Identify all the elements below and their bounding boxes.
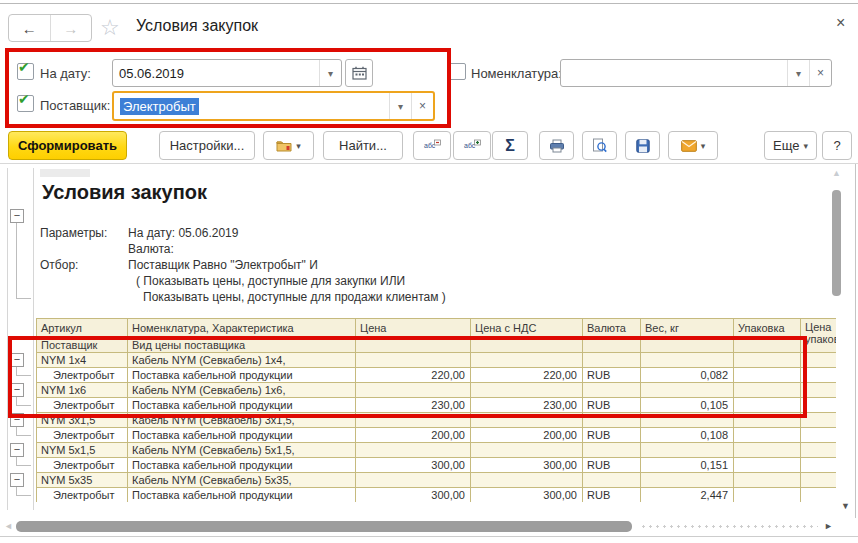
- price-type-cell[interactable]: Поставка кабельной продукции: [128, 428, 356, 443]
- header-empty[interactable]: [356, 338, 471, 353]
- price-vat-cell[interactable]: [471, 413, 583, 428]
- pack-price-cell[interactable]: [801, 473, 837, 488]
- price-vat-cell[interactable]: [471, 443, 583, 458]
- header-currency[interactable]: Валюта: [583, 319, 641, 338]
- price-cell[interactable]: 300,00: [356, 458, 471, 473]
- header-packaging[interactable]: Упаковка: [734, 319, 801, 338]
- weight-cell[interactable]: [641, 443, 734, 458]
- group-collapse-box[interactable]: −: [10, 209, 24, 223]
- price-cell[interactable]: [356, 443, 471, 458]
- generate-button[interactable]: Сформировать: [8, 131, 127, 160]
- packaging-cell[interactable]: [734, 413, 801, 428]
- price-cell[interactable]: [356, 353, 471, 368]
- pack-price-cell[interactable]: [801, 353, 837, 368]
- price-cell[interactable]: 300,00: [356, 488, 471, 503]
- packaging-cell[interactable]: [734, 383, 801, 398]
- packaging-cell[interactable]: [734, 368, 801, 383]
- close-icon[interactable]: ×: [836, 14, 845, 32]
- packaging-cell[interactable]: [734, 473, 801, 488]
- weight-cell[interactable]: 0,108: [641, 428, 734, 443]
- weight-cell[interactable]: 0,105: [641, 398, 734, 413]
- row-group-collapse-box[interactable]: −: [10, 473, 24, 487]
- date-checkbox[interactable]: ✔: [17, 63, 34, 80]
- pack-price-cell[interactable]: [801, 458, 837, 473]
- pack-price-cell[interactable]: [801, 443, 837, 458]
- currency-cell[interactable]: [583, 383, 641, 398]
- price-cell[interactable]: 230,00: [356, 398, 471, 413]
- price-type-cell[interactable]: Поставка кабельной продукции: [128, 368, 356, 383]
- favorite-star-icon[interactable]: ☆: [100, 15, 120, 41]
- chevron-down-icon[interactable]: ▾: [787, 60, 809, 86]
- horizontal-scrollbar-track[interactable]: [640, 524, 818, 529]
- chevron-down-icon[interactable]: ▾: [319, 60, 341, 86]
- price-vat-cell[interactable]: 200,00: [471, 428, 583, 443]
- price-vat-cell[interactable]: 300,00: [471, 488, 583, 503]
- header-article[interactable]: Артикул: [37, 319, 128, 338]
- supplier-cell[interactable]: Электробыт: [37, 398, 128, 413]
- supplier-cell[interactable]: Электробыт: [37, 458, 128, 473]
- nomenclature-cell[interactable]: Кабель NYM (Севкабель) 1x4,: [128, 353, 356, 368]
- row-group-collapse-box[interactable]: −: [10, 383, 24, 397]
- price-vat-cell[interactable]: 230,00: [471, 398, 583, 413]
- price-vat-cell[interactable]: 300,00: [471, 458, 583, 473]
- currency-cell[interactable]: RUB: [583, 368, 641, 383]
- header-empty[interactable]: [583, 338, 641, 353]
- expand-groups-button[interactable]: абс: [453, 131, 491, 160]
- header-supplier[interactable]: Поставщик: [37, 338, 128, 353]
- supplier-cell[interactable]: Электробыт: [37, 488, 128, 503]
- header-nomenclature[interactable]: Номенклатура, Характеристика: [128, 319, 356, 338]
- price-type-cell[interactable]: Поставка кабельной продукции: [128, 488, 356, 503]
- price-cell[interactable]: [356, 413, 471, 428]
- header-pack-price[interactable]: Цена упаковки: [801, 319, 837, 353]
- forward-arrow-icon[interactable]: →: [51, 15, 92, 41]
- row-group-collapse-box[interactable]: −: [10, 413, 24, 427]
- report-variants-button[interactable]: ▾: [263, 131, 314, 160]
- nomenclature-cell[interactable]: Кабель NYM (Севкабель) 5x1,5,: [128, 443, 356, 458]
- weight-cell[interactable]: 0,151: [641, 458, 734, 473]
- packaging-cell[interactable]: [734, 488, 801, 503]
- weight-cell[interactable]: 2,447: [641, 488, 734, 503]
- packaging-cell[interactable]: [734, 443, 801, 458]
- preview-button[interactable]: [582, 131, 617, 160]
- price-cell[interactable]: [356, 383, 471, 398]
- clear-icon[interactable]: ×: [411, 93, 433, 119]
- pack-price-cell[interactable]: [801, 428, 837, 443]
- scroll-right-icon[interactable]: ►: [824, 521, 833, 531]
- scroll-down-icon[interactable]: ▼: [841, 501, 850, 511]
- article-cell[interactable]: NYM 5x35: [37, 473, 128, 488]
- supplier-cell[interactable]: Электробыт: [37, 368, 128, 383]
- currency-cell[interactable]: [583, 473, 641, 488]
- clear-icon[interactable]: ×: [809, 60, 831, 86]
- header-price-vat[interactable]: Цена с НДС: [471, 319, 583, 338]
- pack-price-cell[interactable]: [801, 413, 837, 428]
- scroll-left-icon[interactable]: ◄: [4, 521, 13, 531]
- back-arrow-icon[interactable]: ←: [9, 15, 51, 41]
- header-empty[interactable]: [471, 338, 583, 353]
- article-cell[interactable]: NYM 5x1,5: [37, 443, 128, 458]
- vertical-scrollbar-thumb[interactable]: [832, 190, 841, 296]
- nomenclature-cell[interactable]: Кабель NYM (Севкабель) 1x6,: [128, 383, 356, 398]
- packaging-cell[interactable]: [734, 398, 801, 413]
- currency-cell[interactable]: [583, 413, 641, 428]
- article-cell[interactable]: NYM 1x6: [37, 383, 128, 398]
- sum-button[interactable]: Σ: [492, 131, 528, 160]
- packaging-cell[interactable]: [734, 458, 801, 473]
- article-cell[interactable]: NYM 3x1,5: [37, 413, 128, 428]
- nomenclature-cell[interactable]: Кабель NYM (Севкабель) 5x35,: [128, 473, 356, 488]
- weight-cell[interactable]: 0,082: [641, 368, 734, 383]
- packaging-cell[interactable]: [734, 353, 801, 368]
- header-weight[interactable]: Вес, кг: [641, 319, 734, 338]
- price-vat-cell[interactable]: [471, 353, 583, 368]
- calendar-button[interactable]: [345, 59, 373, 87]
- header-price-type[interactable]: Вид цены поставщика: [128, 338, 356, 353]
- pack-price-cell[interactable]: [801, 488, 837, 503]
- currency-cell[interactable]: RUB: [583, 458, 641, 473]
- weight-cell[interactable]: [641, 353, 734, 368]
- price-cell[interactable]: 200,00: [356, 428, 471, 443]
- row-group-collapse-box[interactable]: −: [10, 443, 24, 457]
- header-price[interactable]: Цена: [356, 319, 471, 338]
- pack-price-cell[interactable]: [801, 383, 837, 398]
- header-empty[interactable]: [641, 338, 734, 353]
- price-type-cell[interactable]: Поставка кабельной продукции: [128, 458, 356, 473]
- horizontal-scrollbar-thumb[interactable]: [16, 521, 632, 532]
